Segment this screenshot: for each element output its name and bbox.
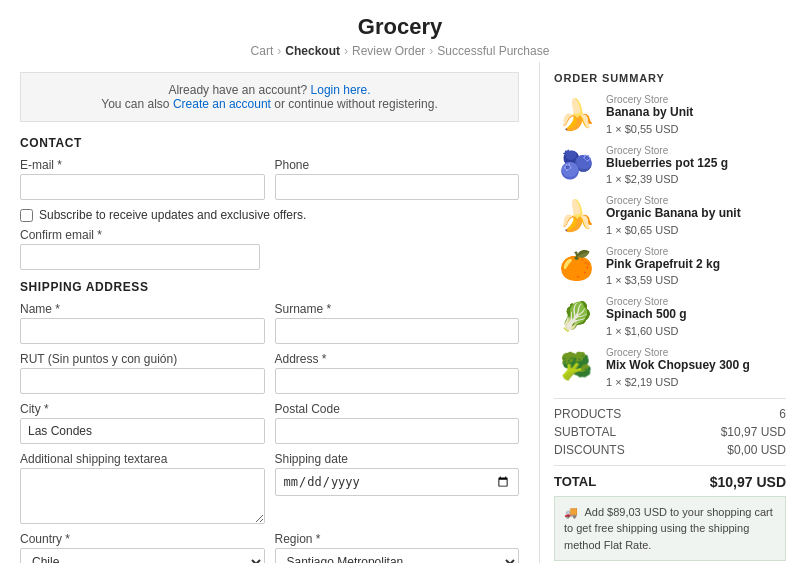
order-item-img-blueberry: 🫐 [554, 145, 598, 185]
right-panel: ORDER SUMMARY 🍌 Grocery Store Banana by … [540, 62, 800, 563]
country-group: Country * Chile [20, 532, 265, 563]
item-qty-spinach: 1 × $1,60 USD [606, 325, 786, 337]
address-group: Address * [275, 352, 520, 394]
products-count: 6 [779, 407, 786, 421]
subtotal-row: SUBTOTAL $10,97 USD [554, 425, 786, 439]
breadcrumb-review[interactable]: Review Order [352, 44, 425, 58]
postal-field[interactable] [275, 418, 520, 444]
order-item-blueberry: 🫐 Grocery Store Blueberries pot 125 g 1 … [554, 145, 786, 186]
name-label: Name * [20, 302, 265, 316]
phone-label: Phone [275, 158, 520, 172]
item-name-grapefruit: Pink Grapefruit 2 kg [606, 257, 786, 273]
rut-label: RUT (Sin puntos y con guión) [20, 352, 265, 366]
products-label: PRODUCTS [554, 407, 621, 421]
order-item-img-organic-banana: 🍌 [554, 195, 598, 235]
order-item-img-grapefruit: 🍊 [554, 246, 598, 286]
item-name-spinach: Spinach 500 g [606, 307, 786, 323]
country-select[interactable]: Chile [20, 548, 265, 563]
city-field[interactable] [20, 418, 265, 444]
free-shipping-text: Add $89,03 USD to your shopping cart to … [564, 506, 773, 551]
header: Grocery Cart › Checkout › Review Order ›… [0, 0, 800, 62]
subscribe-row: Subscribe to receive updates and exclusi… [20, 208, 519, 222]
subscribe-label: Subscribe to receive updates and exclusi… [39, 208, 306, 222]
order-item-organic-banana: 🍌 Grocery Store Organic Banana by unit 1… [554, 195, 786, 236]
name-group: Name * [20, 302, 265, 344]
additional-group: Additional shipping textarea [20, 452, 265, 524]
shipping-date-field[interactable] [275, 468, 520, 496]
postal-group: Postal Code [275, 402, 520, 444]
breadcrumb-purchase[interactable]: Successful Purchase [437, 44, 549, 58]
email-field[interactable] [20, 174, 265, 200]
address-field[interactable] [275, 368, 520, 394]
item-qty-blueberry: 1 × $2,39 USD [606, 173, 786, 185]
total-divider [554, 465, 786, 466]
region-select[interactable]: Santiago Metropolitan [275, 548, 520, 563]
additional-date-row: Additional shipping textarea Shipping da… [20, 452, 519, 524]
breadcrumb-checkout: Checkout [285, 44, 340, 58]
order-summary-title: ORDER SUMMARY [554, 72, 786, 84]
confirm-email-field[interactable] [20, 244, 260, 270]
login-notice-text1: Already have an account? [168, 83, 307, 97]
login-link[interactable]: Login here. [311, 83, 371, 97]
additional-textarea[interactable] [20, 468, 265, 524]
contact-section-title: CONTACT [20, 136, 519, 150]
shipping-date-group: Shipping date [275, 452, 520, 524]
item-store-blueberry: Grocery Store [606, 145, 786, 156]
phone-group: Phone [275, 158, 520, 200]
rut-field[interactable] [20, 368, 265, 394]
name-field[interactable] [20, 318, 265, 344]
breadcrumb: Cart › Checkout › Review Order › Success… [0, 44, 800, 58]
item-name-blueberry: Blueberries pot 125 g [606, 156, 786, 172]
postal-label: Postal Code [275, 402, 520, 416]
item-qty-grapefruit: 1 × $3,59 USD [606, 274, 786, 286]
item-name-wok: Mix Wok Chopsuey 300 g [606, 358, 786, 374]
page-title: Grocery [0, 14, 800, 40]
item-store-banana: Grocery Store [606, 94, 786, 105]
item-store-organic-banana: Grocery Store [606, 195, 786, 206]
item-store-wok: Grocery Store [606, 347, 786, 358]
login-notice: Already have an account? Login here. You… [20, 72, 519, 122]
item-qty-banana: 1 × $0,55 USD [606, 123, 786, 135]
breadcrumb-cart[interactable]: Cart [251, 44, 274, 58]
order-item-banana: 🍌 Grocery Store Banana by Unit 1 × $0,55… [554, 94, 786, 135]
additional-label: Additional shipping textarea [20, 452, 265, 466]
city-group: City * [20, 402, 265, 444]
subtotal-value: $10,97 USD [721, 425, 786, 439]
city-label: City * [20, 402, 265, 416]
item-store-spinach: Grocery Store [606, 296, 786, 307]
name-row: Name * Surname * [20, 302, 519, 344]
item-store-grapefruit: Grocery Store [606, 246, 786, 257]
create-account-link[interactable]: Create an account [173, 97, 271, 111]
order-item-spinach: 🥬 Grocery Store Spinach 500 g 1 × $1,60 … [554, 296, 786, 337]
order-items-list: 🍌 Grocery Store Banana by Unit 1 × $0,55… [554, 94, 786, 388]
item-name-banana: Banana by Unit [606, 105, 786, 121]
discounts-value: $0,00 USD [727, 443, 786, 457]
total-row: TOTAL $10,97 USD [554, 474, 786, 490]
total-value: $10,97 USD [710, 474, 786, 490]
shipping-date-label: Shipping date [275, 452, 520, 466]
order-item-img-wok: 🥦 [554, 347, 598, 387]
contact-row-1: E-mail * Phone [20, 158, 519, 200]
item-name-organic-banana: Organic Banana by unit [606, 206, 786, 222]
confirm-email-group: Confirm email * [20, 228, 260, 270]
rut-group: RUT (Sin puntos y con guión) [20, 352, 265, 394]
subscribe-checkbox[interactable] [20, 209, 33, 222]
email-group: E-mail * [20, 158, 265, 200]
order-divider [554, 398, 786, 399]
phone-field[interactable] [275, 174, 520, 200]
surname-field[interactable] [275, 318, 520, 344]
login-notice-text2: You can also [101, 97, 169, 111]
country-region-row: Country * Chile Region * Santiago Metrop… [20, 532, 519, 563]
rut-address-row: RUT (Sin puntos y con guión) Address * [20, 352, 519, 394]
order-item-img-banana: 🍌 [554, 94, 598, 134]
address-label: Address * [275, 352, 520, 366]
main-layout: Already have an account? Login here. You… [0, 62, 800, 563]
products-row: PRODUCTS 6 [554, 407, 786, 421]
item-qty-wok: 1 × $2,19 USD [606, 376, 786, 388]
confirm-email-label: Confirm email * [20, 228, 260, 242]
login-notice-text3: or continue without registering. [274, 97, 437, 111]
shipping-section-title: SHIPPING ADDRESS [20, 280, 519, 294]
free-shipping-notice: 🚚 Add $89,03 USD to your shopping cart t… [554, 496, 786, 562]
country-label: Country * [20, 532, 265, 546]
email-label: E-mail * [20, 158, 265, 172]
